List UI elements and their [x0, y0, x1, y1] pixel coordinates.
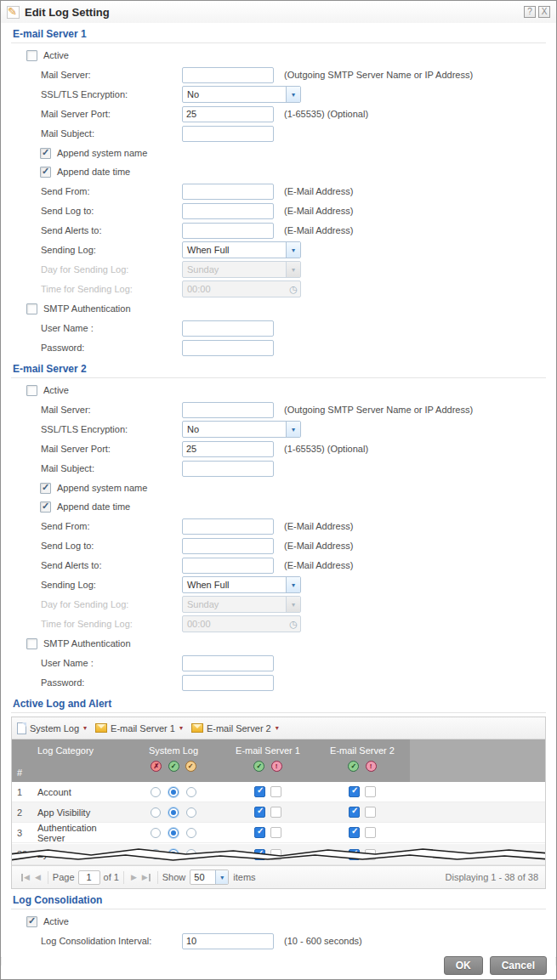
displaying-status: Displaying 1 - 38 of 38 [446, 872, 538, 882]
server2-append-system-label: Append system name [57, 483, 147, 493]
last-page-button[interactable]: ▶ [142, 873, 151, 881]
server2-log-checkbox[interactable] [349, 807, 360, 818]
page-size-dropdown[interactable]: 50 ▾ [190, 870, 229, 885]
server2-subject-input[interactable] [182, 461, 274, 477]
server2-append-date-label: Append date time [57, 501, 130, 512]
server2-smtp-auth-checkbox[interactable] [26, 638, 37, 649]
server2-send-log-input[interactable] [182, 538, 274, 554]
close-button[interactable]: X [538, 6, 550, 18]
server1-send-log-input[interactable] [182, 203, 274, 219]
system-log-alert-radio[interactable] [186, 787, 196, 797]
column-header-email-server-1[interactable]: E-mail Server 1 ✓ ! [221, 739, 315, 782]
clock-icon: ◷ [287, 619, 300, 630]
help-button[interactable]: ? [524, 6, 536, 18]
chevron-down-icon[interactable]: ▾ [286, 577, 300, 592]
system-log-log-radio[interactable] [168, 787, 179, 797]
server2-alert-checkbox[interactable] [365, 827, 376, 838]
chevron-down-icon[interactable]: ▾ [286, 87, 300, 102]
chevron-down-icon[interactable]: ▾ [286, 242, 300, 258]
table-row: 1 Account [12, 782, 545, 802]
column-header-category[interactable]: Log Category [31, 739, 126, 782]
server1-alert-checkbox[interactable] [270, 807, 281, 818]
first-page-button[interactable]: ◀ [21, 873, 30, 881]
server1-log-checkbox[interactable] [254, 786, 265, 797]
tear-lines [12, 843, 545, 862]
check-badge-orange-icon[interactable]: ✓ [185, 761, 196, 772]
server2-sending-log-value: When Full [183, 580, 286, 590]
server1-log-checkbox[interactable] [254, 807, 265, 818]
chevron-down-icon[interactable]: ▾ [286, 422, 300, 437]
check-badge-icon[interactable]: ✓ [168, 761, 179, 772]
server1-mail-server-input[interactable] [182, 67, 274, 83]
server2-password-input[interactable] [182, 675, 274, 691]
server2-send-from-input[interactable] [182, 518, 274, 535]
consolidation-interval-input[interactable] [182, 933, 274, 949]
server1-smtp-auth-checkbox[interactable] [26, 303, 37, 314]
server1-subject-input[interactable] [182, 126, 274, 142]
system-log-disable-radio[interactable] [151, 828, 161, 838]
cancel-button[interactable]: Cancel [490, 956, 547, 975]
system-log-disable-radio[interactable] [151, 807, 161, 818]
server2-alert-checkbox[interactable] [365, 786, 376, 797]
server2-mail-server-input[interactable] [182, 402, 274, 418]
ok-button[interactable]: OK [444, 956, 483, 975]
server2-ssl-dropdown[interactable]: No ▾ [182, 421, 301, 438]
server2-port-hint: (1-65535) (Optional) [284, 444, 368, 454]
system-log-disable-radio[interactable] [151, 787, 161, 797]
server1-port-input[interactable] [182, 106, 274, 122]
system-log-log-radio[interactable] [168, 828, 179, 838]
chevron-down-icon[interactable]: ▾ [215, 870, 228, 884]
server2-log-checkbox[interactable] [349, 786, 360, 797]
log-consolidation-heading: Log Consolidation [11, 889, 546, 909]
server2-port-input[interactable] [182, 441, 274, 457]
exclamation-badge-icon[interactable]: ! [271, 761, 282, 772]
server2-append-date-checkbox[interactable] [40, 501, 51, 513]
server2-log-checkbox[interactable] [349, 827, 360, 838]
server1-log-checkbox[interactable] [254, 827, 265, 838]
consolidation-active-checkbox[interactable] [26, 916, 37, 927]
server2-time-label: Time for Sending Log: [41, 619, 182, 629]
server2-sending-log-dropdown[interactable]: When Full ▾ [182, 576, 301, 593]
server1-active-checkbox[interactable] [26, 50, 37, 61]
server2-send-alerts-input[interactable] [182, 558, 274, 574]
system-log-menu-button[interactable]: System Log ▾ [17, 722, 87, 734]
system-log-alert-radio[interactable] [186, 828, 196, 838]
email-server-1-menu-button[interactable]: E-mail Server 1 ▾ [95, 723, 183, 734]
row-number: 3 [12, 828, 31, 838]
page-input[interactable] [78, 870, 100, 885]
server1-sending-log-dropdown[interactable]: When Full ▾ [182, 241, 301, 258]
column-header-num[interactable]: # [12, 739, 31, 782]
consolidation-interval-hint: (10 - 600 seconds) [284, 936, 362, 946]
server1-alert-checkbox[interactable] [270, 786, 281, 797]
cross-badge-icon[interactable]: ✗ [151, 761, 162, 772]
server1-password-input[interactable] [182, 340, 274, 356]
system-log-alert-radio[interactable] [186, 807, 196, 818]
column-header-email-server-2[interactable]: E-mail Server 2 ✓ ! [315, 739, 410, 782]
server2-alert-checkbox[interactable] [365, 807, 376, 818]
check-badge-icon[interactable]: ✓ [253, 761, 264, 772]
server1-send-alerts-input[interactable] [182, 223, 274, 239]
server1-append-date-label: Append date time [57, 167, 130, 177]
system-log-log-radio[interactable] [168, 807, 179, 818]
server1-username-input[interactable] [182, 320, 274, 337]
prev-page-button[interactable]: ◀ [35, 873, 41, 881]
items-label: items [233, 872, 255, 882]
server1-append-system-checkbox[interactable] [40, 148, 51, 159]
server2-active-checkbox[interactable] [26, 385, 37, 396]
server1-username-label: User Name : [41, 323, 182, 333]
exclamation-badge-icon[interactable]: ! [366, 761, 377, 772]
window-title: Edit Log Setting [25, 6, 110, 19]
next-page-button[interactable]: ▶ [131, 873, 137, 881]
grid-header: # Log Category System Log ✗ ✓ ✓ E-mail S… [12, 739, 545, 782]
server1-append-date-checkbox[interactable] [40, 167, 51, 178]
email-server-2-menu-button[interactable]: E-mail Server 2 ▾ [191, 723, 279, 734]
server2-append-system-checkbox[interactable] [40, 483, 51, 494]
check-badge-icon[interactable]: ✓ [348, 761, 359, 772]
row-category: Authentication Server [31, 823, 126, 843]
server2-username-input[interactable] [182, 655, 274, 671]
column-header-system-log[interactable]: System Log ✗ ✓ ✓ [126, 739, 221, 782]
server1-ssl-dropdown[interactable]: No ▾ [182, 86, 301, 103]
server1-send-from-input[interactable] [182, 184, 274, 200]
table-row: 3 Authentication Server [12, 823, 545, 843]
server1-alert-checkbox[interactable] [270, 827, 281, 838]
